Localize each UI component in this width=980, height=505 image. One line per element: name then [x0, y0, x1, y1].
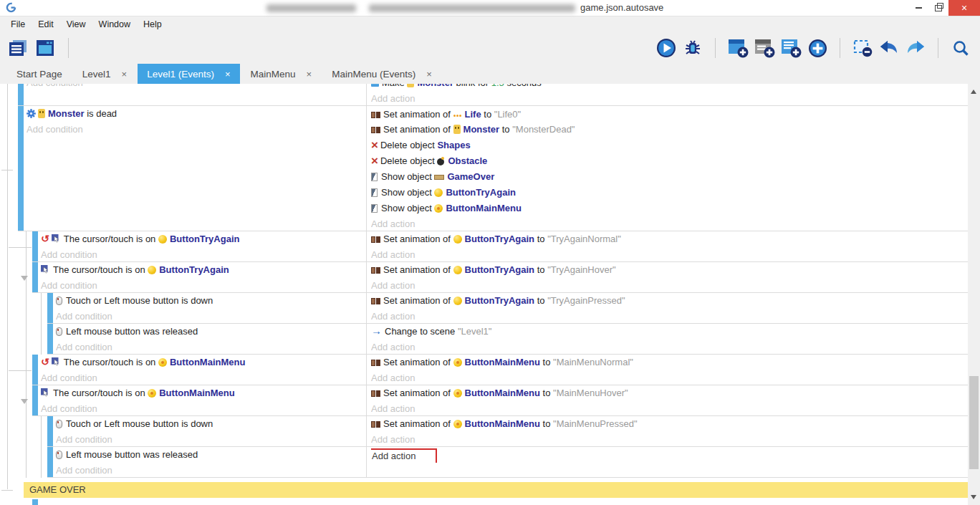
menu-item-file[interactable]: File [4, 16, 32, 32]
play-icon[interactable] [655, 37, 677, 59]
add-action-highlighted[interactable]: Add action [371, 448, 437, 463]
condition-row[interactable]: Left mouse button was released [56, 447, 366, 463]
add-condition-placeholder[interactable]: Add condition [41, 370, 366, 385]
action-row[interactable]: Set animation of Monster to "MonsterDead… [371, 122, 968, 138]
scroll-up-icon[interactable] [971, 90, 976, 94]
conditions-column: ↺The cursor/touch is on ButtonTryAgainAd… [38, 231, 366, 261]
action-row[interactable]: ×Delete object Obstacle [371, 153, 968, 169]
menu-item-help[interactable]: Help [137, 16, 168, 32]
add-event-icon[interactable] [727, 37, 749, 59]
gdevelop-logo-icon [6, 2, 16, 16]
tab-mainmenu-events-[interactable]: MainMenu (Events)× [322, 64, 441, 85]
add-subevent-icon[interactable] [754, 37, 775, 59]
action-row[interactable]: Set animation of Life to "Life0" [371, 106, 968, 122]
debug-icon[interactable] [682, 37, 703, 59]
event-block: ↺The cursor/touch is on ButtonMainMenuAd… [32, 355, 968, 385]
tab-close-icon[interactable]: × [122, 69, 128, 80]
action-row[interactable]: Make Monster blink for 1.5 seconds [371, 84, 968, 91]
collapse-arrow-icon[interactable] [21, 276, 28, 281]
restore-button[interactable] [928, 0, 948, 16]
tab-level1-events-[interactable]: Level1 (Events)× [138, 64, 239, 85]
monster-icon [453, 124, 463, 135]
add-action-placeholder[interactable]: Add action [371, 247, 968, 261]
condition-row[interactable]: Left mouse button was released [56, 324, 366, 340]
condition-row[interactable]: Monster is dead [27, 106, 366, 122]
add-action-placeholder[interactable]: Add action [371, 401, 968, 415]
add-action-placeholder[interactable]: Add action [371, 278, 968, 292]
cursor-icon [52, 234, 64, 244]
condition-row[interactable]: ↺The cursor/touch is on ButtonTryAgain [41, 231, 366, 247]
event-indent-bar [32, 499, 38, 505]
action-row[interactable]: →Change to scene "Level1" [371, 324, 968, 340]
add-action-placeholder[interactable]: Add action [371, 340, 968, 354]
add-action-placeholder[interactable]: Add action [371, 432, 968, 446]
cursor-icon [41, 388, 53, 398]
add-action-placeholder[interactable]: Add action [371, 91, 968, 105]
action-row[interactable]: Show object GameOver [371, 169, 968, 185]
action-row[interactable]: Add action [371, 447, 968, 463]
add-comment-icon[interactable] [780, 37, 802, 59]
tab-level1[interactable]: Level1× [73, 64, 136, 85]
add-condition-placeholder[interactable]: Add condition [41, 401, 366, 415]
action-row[interactable]: Show object ButtonTryAgain [371, 185, 968, 201]
scroll-down-icon[interactable] [971, 495, 976, 499]
action-row[interactable]: Set animation of ButtonMainMenu to "Main… [371, 416, 968, 432]
text-segment: to [540, 388, 553, 398]
gameover-icon [434, 171, 447, 182]
add-condition-placeholder[interactable]: Add condition [56, 432, 366, 446]
undo-icon[interactable] [878, 37, 900, 59]
add-action-placeholder[interactable]: Add action [371, 309, 968, 323]
tab-close-icon[interactable]: × [307, 69, 312, 80]
object-name: Monster [417, 84, 453, 88]
menu-item-edit[interactable]: Edit [32, 16, 60, 32]
action-row[interactable]: Set animation of ButtonTryAgain to "TryA… [371, 262, 968, 278]
show-icon [371, 171, 381, 182]
coin2-icon [453, 418, 465, 429]
action-row[interactable]: Set animation of ButtonTryAgain to "TryA… [371, 293, 968, 309]
action-row[interactable]: ×Delete object Shapes [371, 138, 968, 153]
tab-start-page[interactable]: Start Page [7, 64, 72, 85]
vertical-scrollbar[interactable] [968, 84, 980, 505]
tree-guide-line [1, 170, 13, 170]
tab-mainmenu[interactable]: MainMenu× [241, 64, 322, 85]
tab-close-icon[interactable]: × [225, 69, 231, 80]
add-condition-placeholder[interactable]: Add condition [56, 463, 366, 477]
comment-event[interactable]: GAME OVER [18, 482, 968, 498]
toolbar [0, 32, 980, 64]
action-row[interactable]: Set animation of ButtonTryAgain to "TryA… [371, 231, 968, 247]
scrollbar-thumb[interactable] [969, 376, 979, 469]
add-condition-placeholder[interactable]: Add condition [27, 84, 366, 90]
blink-icon [371, 84, 382, 88]
condition-row[interactable]: The cursor/touch is on ButtonMainMenu [41, 385, 366, 401]
add-new-event-icon[interactable] [807, 37, 828, 59]
search-icon[interactable] [950, 37, 971, 59]
add-condition-placeholder[interactable]: Add condition [41, 247, 366, 261]
delete-selection-icon[interactable] [852, 37, 873, 59]
anim-icon [371, 357, 383, 367]
close-button[interactable]: × [948, 0, 980, 16]
add-action-placeholder[interactable]: Add action [371, 216, 968, 231]
minimize-button[interactable] [908, 0, 928, 16]
project-manager-icon[interactable] [7, 37, 29, 59]
add-condition-placeholder[interactable]: Add condition [27, 122, 366, 137]
string-value: "Level1" [458, 326, 492, 337]
menu-item-view[interactable]: View [60, 16, 92, 32]
redo-icon[interactable] [905, 37, 926, 59]
add-condition-placeholder[interactable]: Add condition [56, 340, 366, 354]
condition-row[interactable]: The cursor/touch is on ButtonTryAgain [41, 262, 366, 278]
scene-editor-icon[interactable] [34, 37, 56, 59]
action-row[interactable]: Set animation of ButtonMainMenu to "Main… [371, 385, 968, 401]
tab-close-icon[interactable]: × [426, 69, 432, 80]
window-controls: × [908, 0, 980, 16]
condition-row[interactable]: Touch or Left mouse button is down [56, 293, 366, 309]
text-segment: Set animation of [383, 234, 453, 244]
action-row[interactable]: Show object ButtonMainMenu [371, 201, 968, 216]
add-condition-placeholder[interactable]: Add condition [56, 309, 366, 323]
collapse-arrow-icon[interactable] [21, 399, 28, 404]
condition-row[interactable]: ↺The cursor/touch is on ButtonMainMenu [41, 355, 366, 370]
add-action-placeholder[interactable]: Add action [371, 370, 968, 385]
menu-item-window[interactable]: Window [92, 16, 137, 32]
condition-row[interactable]: Touch or Left mouse button is down [56, 416, 366, 432]
add-condition-placeholder[interactable]: Add condition [41, 278, 366, 292]
action-row[interactable]: Set animation of ButtonMainMenu to "Main… [371, 355, 968, 370]
